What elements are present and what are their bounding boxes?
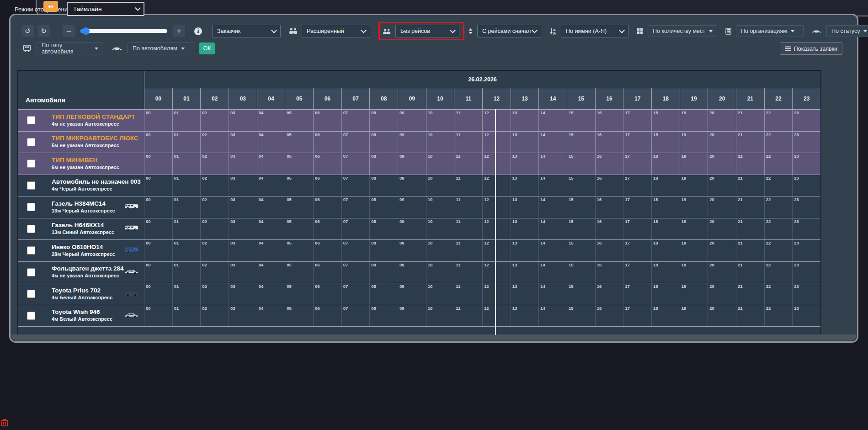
- sort-updown-icon[interactable]: [468, 28, 473, 35]
- timeline-cell[interactable]: 05: [285, 175, 313, 196]
- timeline-cell[interactable]: 23: [792, 110, 820, 131]
- timeline-cell[interactable]: 21: [736, 305, 764, 327]
- timeline-cell[interactable]: 07: [341, 110, 370, 131]
- timeline-cell[interactable]: 04: [257, 218, 285, 240]
- timeline-cell[interactable]: 06: [313, 132, 341, 153]
- timeline-cell[interactable]: 11: [454, 283, 482, 305]
- timeline-cell[interactable]: 15: [567, 262, 595, 283]
- timeline-cell[interactable]: 01: [172, 305, 201, 327]
- row-checkbox[interactable]: [27, 268, 35, 276]
- timeline-cell[interactable]: 10: [426, 132, 454, 153]
- row-checkbox[interactable]: [27, 159, 35, 168]
- timeline-cell[interactable]: 04: [257, 132, 285, 153]
- timeline-cell[interactable]: 16: [595, 153, 623, 175]
- timeline-cell[interactable]: 06: [313, 240, 341, 261]
- status-sort-dropdown[interactable]: По статусу: [826, 25, 868, 37]
- timeline-cell[interactable]: 12: [482, 283, 511, 305]
- timeline-cell[interactable]: 21: [736, 132, 764, 153]
- timeline-cell[interactable]: 18: [651, 196, 680, 218]
- timeline-cell[interactable]: 07: [341, 153, 370, 175]
- timeline-cell[interactable]: 11: [454, 218, 482, 240]
- timeline-cell[interactable]: 16: [595, 110, 623, 131]
- timeline-cell[interactable]: 21: [736, 240, 764, 261]
- timeline-cell[interactable]: 08: [369, 262, 398, 283]
- timeline-cell[interactable]: 03: [229, 283, 257, 305]
- timeline-cell[interactable]: 03: [229, 110, 257, 131]
- timeline-cell[interactable]: 10: [426, 175, 454, 196]
- timeline-cell[interactable]: 13: [511, 132, 539, 153]
- timeline-cell[interactable]: 14: [538, 262, 567, 283]
- timeline-cell[interactable]: 22: [764, 196, 793, 218]
- timeline-cell[interactable]: 17: [623, 110, 651, 131]
- timeline-cell[interactable]: 00: [144, 240, 172, 261]
- row-checkbox[interactable]: [27, 116, 35, 124]
- org-sort-dropdown[interactable]: По организациям: [736, 25, 804, 37]
- timeline-cell[interactable]: 06: [313, 283, 341, 305]
- timeline-cell[interactable]: 12: [482, 153, 511, 175]
- show-requests-button[interactable]: Показать заявки: [780, 42, 842, 55]
- timeline-cell[interactable]: 11: [454, 305, 482, 327]
- timeline-cell[interactable]: 20: [708, 283, 736, 305]
- timeline-cell[interactable]: 08: [369, 110, 398, 131]
- timeline-cell[interactable]: 08: [369, 196, 398, 218]
- timeline-cell[interactable]: 22: [764, 132, 793, 153]
- timeline-cell[interactable]: 16: [595, 218, 623, 240]
- timeline-cell[interactable]: 02: [200, 153, 229, 175]
- timeline-cell[interactable]: 08: [369, 153, 398, 175]
- timeline-cell[interactable]: 07: [341, 283, 370, 305]
- trips-order-select[interactable]: С рейсами сначал: [477, 25, 541, 37]
- row-checkbox[interactable]: [27, 225, 35, 233]
- timeline-cell[interactable]: 13: [511, 283, 539, 305]
- timeline-cell[interactable]: 18: [651, 175, 680, 196]
- timeline-cell[interactable]: 02: [200, 262, 229, 283]
- timeline-cell[interactable]: 12: [482, 175, 511, 196]
- timeline-cell[interactable]: 16: [595, 305, 623, 327]
- timeline-cell[interactable]: 22: [764, 262, 793, 283]
- timeline-cell[interactable]: 21: [736, 153, 764, 175]
- timeline-cell[interactable]: 09: [398, 283, 426, 305]
- timeline-cell[interactable]: 02: [200, 175, 229, 196]
- timeline-cell[interactable]: 03: [229, 240, 257, 261]
- timeline-cell[interactable]: 22: [764, 110, 793, 131]
- timeline-cell[interactable]: 20: [708, 196, 736, 218]
- timeline-cell[interactable]: 02: [200, 132, 229, 153]
- timeline-cell[interactable]: 02: [200, 240, 229, 261]
- seats-sort-dropdown[interactable]: По количеству мест: [648, 25, 717, 37]
- timeline-cell[interactable]: 05: [285, 283, 313, 305]
- timeline-cell[interactable]: 11: [454, 196, 482, 218]
- timeline-cell[interactable]: 04: [257, 175, 285, 196]
- timeline-cell[interactable]: 17: [623, 262, 651, 283]
- timeline-cell[interactable]: 08: [369, 240, 398, 261]
- timeline-cell[interactable]: 17: [623, 305, 651, 327]
- timeline-cell[interactable]: 15: [567, 218, 595, 240]
- timeline-cell[interactable]: 22: [764, 305, 793, 327]
- timeline-cell[interactable]: 00: [144, 153, 172, 175]
- timeline-cell[interactable]: 15: [567, 283, 595, 305]
- timeline-cell[interactable]: 17: [623, 283, 651, 305]
- timeline-cell[interactable]: 04: [257, 196, 285, 218]
- timeline-cell[interactable]: 14: [538, 196, 567, 218]
- timeline-cell[interactable]: 15: [567, 132, 595, 153]
- timeline-cell[interactable]: 07: [341, 305, 370, 327]
- timeline-cell[interactable]: 04: [257, 240, 285, 261]
- timeline-cell[interactable]: 15: [567, 305, 595, 327]
- timeline-cell[interactable]: 15: [567, 196, 595, 218]
- timeline-cell[interactable]: 06: [313, 153, 341, 175]
- timeline-cell[interactable]: 19: [680, 153, 708, 175]
- timeline-cell[interactable]: 10: [426, 110, 454, 131]
- timeline-cell[interactable]: 07: [341, 175, 370, 196]
- timeline-cell[interactable]: 22: [764, 175, 793, 196]
- timeline-cell[interactable]: 02: [200, 305, 229, 327]
- timeline-cell[interactable]: 15: [567, 110, 595, 131]
- timeline-cell[interactable]: 20: [708, 175, 736, 196]
- timeline-cell[interactable]: 03: [229, 175, 257, 196]
- timeline-cell[interactable]: 18: [651, 262, 680, 283]
- redo-button[interactable]: ↻: [37, 25, 50, 37]
- timeline-cell[interactable]: 23: [792, 175, 820, 196]
- ok-button[interactable]: ОК: [199, 42, 215, 54]
- timeline-cell[interactable]: 03: [229, 262, 257, 283]
- timeline-cell[interactable]: 13: [511, 305, 539, 327]
- timeline-cell[interactable]: 15: [567, 175, 595, 196]
- zoom-slider[interactable]: [80, 29, 167, 33]
- timeline-cell[interactable]: 20: [708, 132, 736, 153]
